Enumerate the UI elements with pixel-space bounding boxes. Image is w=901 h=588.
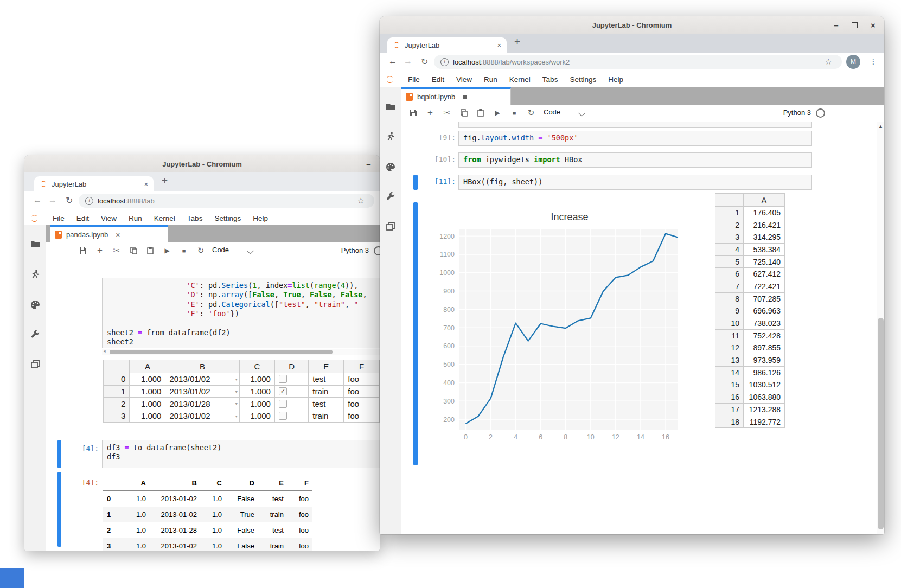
- dropdown-icon[interactable]: ▾: [235, 413, 238, 418]
- sheet-cell[interactable]: 1.000: [130, 398, 165, 410]
- restart-kernel-icon[interactable]: ↻: [526, 107, 536, 118]
- sheet-cell[interactable]: train: [309, 410, 344, 423]
- profile-avatar[interactable]: M: [846, 55, 860, 69]
- sheet-cell[interactable]: 897.855: [744, 342, 785, 354]
- copy-icon[interactable]: [458, 107, 469, 118]
- run-icon[interactable]: ▶: [492, 107, 503, 118]
- tabs-icon[interactable]: [30, 359, 41, 370]
- sheet-cell[interactable]: test: [309, 398, 344, 410]
- menu-settings[interactable]: Settings: [208, 214, 247, 222]
- new-tab-button[interactable]: +: [162, 175, 168, 187]
- checkbox-unchecked[interactable]: [279, 400, 287, 408]
- sheet-cell[interactable]: 538.384: [744, 244, 785, 256]
- tab-close-icon[interactable]: ×: [144, 180, 148, 188]
- browser-tab[interactable]: JupyterLab ×: [387, 37, 507, 53]
- cut-icon[interactable]: ✂: [111, 245, 122, 256]
- forward-icon[interactable]: →: [48, 195, 57, 205]
- sheet-cell[interactable]: 707.285: [744, 292, 785, 305]
- forward-icon[interactable]: →: [404, 56, 412, 66]
- notebook-tab[interactable]: bqplot.ipynb: [401, 87, 511, 105]
- palette-icon[interactable]: [30, 299, 41, 310]
- stop-icon[interactable]: ■: [509, 107, 520, 118]
- minimize-button[interactable]: –: [833, 22, 840, 29]
- sheet-cell[interactable]: foo: [344, 398, 380, 410]
- horizontal-scroll-thumb[interactable]: [110, 350, 333, 354]
- sheet-cell[interactable]: 1.000: [130, 373, 165, 386]
- palette-icon[interactable]: [385, 162, 396, 172]
- browser-tab[interactable]: JupyterLab ×: [34, 176, 154, 191]
- code-cell-input[interactable]: 'C': pd.Series(1, index=list(range(4)), …: [102, 278, 380, 348]
- copy-icon[interactable]: [128, 245, 139, 256]
- wrench-icon[interactable]: [30, 329, 41, 340]
- menu-view[interactable]: View: [95, 214, 123, 222]
- cell-type-select[interactable]: Code: [544, 108, 560, 116]
- sheet-cell[interactable]: 1.000: [239, 398, 274, 410]
- save-icon[interactable]: [408, 107, 419, 118]
- sheet-date-cell[interactable]: 2013/01/28▾: [165, 398, 239, 410]
- front-notebook-content[interactable]: [9]: fig.layout.width = '500px' [10]: fr…: [401, 122, 884, 534]
- sheet-date-cell[interactable]: 2013/01/02▾: [165, 373, 239, 386]
- new-tab-button[interactable]: +: [514, 36, 520, 48]
- menu-kernel[interactable]: Kernel: [503, 75, 536, 84]
- notebook-tab[interactable]: pandas.ipynb ×: [50, 225, 168, 242]
- running-icon[interactable]: [385, 131, 396, 142]
- back-browser-window[interactable]: JupyterLab - Chromium – JupyterLab × + ←…: [24, 155, 380, 551]
- sheet-cell[interactable]: 738.023: [744, 317, 785, 330]
- menu-run[interactable]: Run: [123, 214, 148, 222]
- info-icon[interactable]: i: [440, 58, 449, 66]
- sheet-date-cell[interactable]: 2013/01/02▾: [165, 385, 239, 398]
- menu-file[interactable]: File: [402, 75, 426, 84]
- front-titlebar[interactable]: JupyterLab - Chromium: [380, 16, 884, 34]
- address-bar[interactable]: i localhost:8888/lab/workspaces/work2 ☆: [434, 55, 842, 69]
- sheet-cell[interactable]: 1.000: [239, 385, 274, 398]
- kernel-name[interactable]: Python 3: [341, 246, 369, 254]
- sheet-cell[interactable]: foo: [344, 373, 380, 386]
- sheet-cell[interactable]: 725.140: [744, 255, 785, 268]
- sheet-checkbox-cell[interactable]: ✓: [274, 385, 308, 398]
- bookmark-star-icon[interactable]: ☆: [357, 196, 365, 206]
- sheet-checkbox-cell[interactable]: [274, 398, 308, 410]
- scroll-up-icon[interactable]: ▲: [878, 124, 883, 129]
- stop-icon[interactable]: ■: [178, 245, 189, 256]
- sheet-cell[interactable]: 696.963: [744, 305, 785, 317]
- sheet-cell[interactable]: foo: [344, 410, 380, 423]
- bookmark-star-icon[interactable]: ☆: [825, 57, 832, 67]
- horizontal-scrollbar[interactable]: ◂: [102, 349, 380, 355]
- paste-icon[interactable]: [475, 107, 486, 118]
- dropdown-icon[interactable]: ▾: [235, 389, 238, 394]
- sheet-cell[interactable]: 1030.512: [744, 379, 785, 391]
- menu-help[interactable]: Help: [247, 214, 274, 222]
- wrench-icon[interactable]: [385, 191, 396, 202]
- front-browser-window[interactable]: JupyterLab - Chromium – × JupyterLab × +…: [380, 16, 884, 534]
- sheet-cell[interactable]: 1192.772: [744, 416, 785, 428]
- sheet-cell[interactable]: 216.421: [744, 219, 785, 231]
- sheet-checkbox-cell[interactable]: [274, 410, 308, 423]
- reload-icon[interactable]: ↻: [66, 195, 73, 206]
- sheet-date-cell[interactable]: 2013/01/02▾: [165, 410, 239, 423]
- menu-kernel[interactable]: Kernel: [148, 214, 181, 222]
- menu-file[interactable]: File: [47, 214, 71, 222]
- menu-edit[interactable]: Edit: [426, 75, 450, 84]
- menu-tabs[interactable]: Tabs: [536, 75, 564, 84]
- run-icon[interactable]: ▶: [162, 245, 172, 256]
- sheet-cell[interactable]: 722.421: [744, 280, 785, 293]
- code-cell-input[interactable]: fig.layout.width = '500px': [458, 131, 812, 146]
- save-icon[interactable]: [78, 245, 88, 256]
- sheet-cell[interactable]: foo: [344, 385, 380, 398]
- menu-edit[interactable]: Edit: [71, 214, 95, 222]
- checkbox-checked[interactable]: ✓: [279, 387, 287, 395]
- ipysheet-widget[interactable]: A1176.4052216.4213314.2954538.3845725.14…: [715, 193, 785, 428]
- menu-tabs[interactable]: Tabs: [181, 214, 209, 222]
- sheet-cell[interactable]: 986.126: [744, 366, 785, 379]
- vertical-scrollbar[interactable]: ▲: [877, 122, 884, 534]
- sheet-cell[interactable]: 752.428: [744, 329, 785, 342]
- sheet-checkbox-cell[interactable]: [274, 373, 308, 386]
- tab-close-icon[interactable]: ×: [497, 41, 501, 49]
- sheet-cell[interactable]: train: [309, 385, 344, 398]
- tabs-icon[interactable]: [385, 221, 396, 232]
- cut-icon[interactable]: ✂: [442, 107, 452, 118]
- notebook-tab-close-icon[interactable]: ×: [116, 231, 120, 239]
- back-icon[interactable]: ←: [388, 56, 397, 66]
- address-bar[interactable]: i localhost:8888/lab ☆: [79, 194, 374, 208]
- cell-type-chevron-icon[interactable]: [247, 247, 254, 254]
